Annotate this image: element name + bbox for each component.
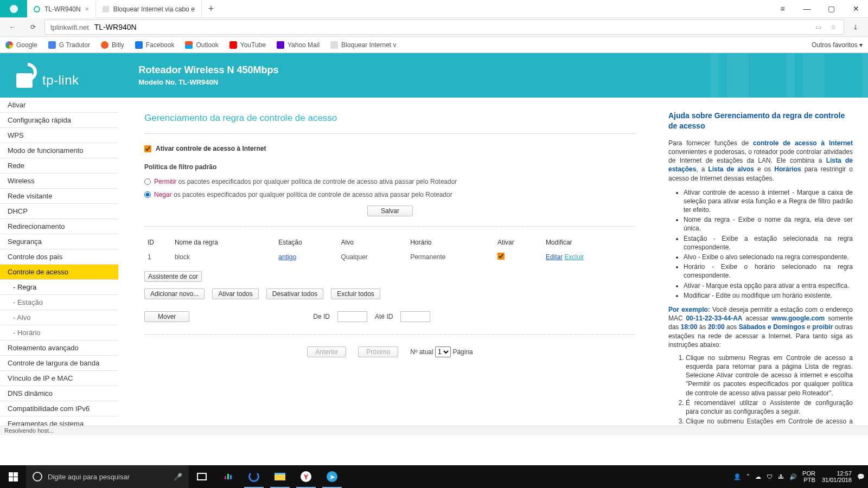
bookmark-gtradutor[interactable]: G Tradutor [48,41,90,49]
policy-allow[interactable]: Permitir os pacotes especificados por qu… [144,175,636,188]
sidebar-item-7[interactable]: DHCP [0,204,118,219]
sidebar-item-15[interactable]: - Horário [0,325,118,341]
sidebar-item-2[interactable]: WPS [0,128,118,143]
browser-tab-1[interactable]: Bloquear Internet via cabo e [96,0,202,18]
translate-icon [48,41,56,49]
help-link-schedule[interactable]: Horários [774,165,801,173]
people-icon[interactable]: 👤 [733,473,741,480]
mic-icon[interactable]: 🎤 [174,473,182,481]
row-delete-link[interactable]: Excluir [565,253,584,261]
row-edit-link[interactable]: Editar [546,253,563,261]
move-to-input[interactable] [400,311,430,322]
app-deezer-icon[interactable] [215,465,241,488]
rules-table: IDNome da regraEstaçãoAlvoHorárioAtivarM… [144,236,636,266]
sidebar-item-9[interactable]: Segurança [0,234,118,249]
tray-chevron-icon[interactable]: ˄ [746,473,750,480]
tplink-logo: tp-link [16,63,79,88]
sidebar-item-6[interactable]: Rede visitante [0,189,118,204]
volume-icon[interactable]: 🔊 [789,473,797,480]
sidebar-item-16[interactable]: Roteamento avançado [0,341,118,356]
policy-deny-radio[interactable] [144,191,151,198]
help-link-access[interactable]: controle de acesso à Internet [753,139,853,147]
favorite-icon[interactable]: ☆ [828,22,838,32]
help-title: Ajuda sobre Gerenciamento da regra de co… [668,111,853,131]
tab-strip-brand [0,0,27,17]
sidebar-item-0[interactable]: Ativar [0,98,118,113]
sidebar-item-14[interactable]: - Alvo [0,310,118,325]
bookmark-google[interactable]: Google [5,41,37,49]
sidebar-item-20[interactable]: Compatibilidade com IPv6 [0,401,118,416]
clock[interactable]: 12:5731/01/2018 [822,470,852,483]
sidebar-item-11[interactable]: Controle de acesso [0,265,118,280]
sidebar-item-4[interactable]: Rede [0,158,118,174]
tab-title: Bloquear Internet via cabo e [113,5,195,13]
sidebar-item-18[interactable]: Vínculo de IP e MAC [0,371,118,386]
reader-icon[interactable]: ▭ [813,22,823,32]
bookmark-bitly[interactable]: Bitly [101,41,124,49]
action-center-icon[interactable]: 💬 [857,473,865,480]
taskbar-search[interactable]: Digite aqui para pesquisar 🎤 [26,465,189,488]
pager-select[interactable]: 1 [435,346,451,357]
download-icon[interactable]: ⤓ [846,19,865,35]
delete-all-button[interactable]: Excluir todos [331,288,380,299]
input-language[interactable]: PORPTB [802,470,815,483]
table-header: Estação [275,236,337,248]
start-button[interactable] [0,465,26,488]
defender-icon[interactable]: 🛡 [767,473,773,480]
sidebar-item-12[interactable]: - Regra [0,280,118,295]
pager-prev-button[interactable]: Anterior [307,346,346,357]
move-from-input[interactable] [337,311,367,322]
sidebar-item-8[interactable]: Redirecionamento [0,219,118,234]
reload-icon[interactable]: ⟳ [24,19,42,35]
sidebar-item-21[interactable]: Ferramentas de sistema [0,416,118,426]
back-icon[interactable]: ← [3,19,22,35]
move-button[interactable]: Mover [144,311,189,322]
save-button[interactable]: Salvar [367,206,413,216]
sidebar-item-10[interactable]: Controle dos pais [0,249,118,265]
browser-tab-0[interactable]: TL-WR940N × [27,0,96,18]
bookmarks-more[interactable]: Outros favoritos ▾ [812,41,863,49]
bookmark-youtube[interactable]: YouTube [229,41,266,49]
menu-icon[interactable]: ≡ [770,0,795,18]
sidebar-item-3[interactable]: Modo de funcionamento [0,143,118,158]
minimize-icon[interactable]: — [795,0,819,18]
sidebar-item-13[interactable]: - Estação [0,295,118,310]
help-example: Por exemplo: Você deseja permitir a esta… [668,305,853,349]
enable-internet-access-control[interactable]: Ativar controle de acesso à Internet [144,145,636,152]
maximize-icon[interactable]: ▢ [819,0,844,18]
close-icon[interactable]: × [85,5,89,13]
app-explorer-icon[interactable] [267,465,293,488]
enable-checkbox[interactable] [144,145,151,152]
bookmark-outlook[interactable]: Outlook [185,41,218,49]
policy-deny[interactable]: Negar os pacotes especificados por qualq… [144,188,636,201]
sidebar-item-5[interactable]: Wireless [0,174,118,189]
enable-all-button[interactable]: Ativar todos [212,288,258,299]
app-edge-icon[interactable] [241,465,267,488]
new-tab-button[interactable]: + [202,0,221,17]
add-new-button[interactable]: Adicionar novo... [144,288,205,299]
disable-all-button[interactable]: Desativar todos [266,288,323,299]
pager-unit: Página [452,348,473,356]
app-telegram-icon[interactable]: ➤ [319,465,345,488]
pager-next-button[interactable]: Próximo [358,346,398,357]
row-enable-checkbox[interactable] [497,253,505,260]
help-bullet: Estação - Exibe a estação selecionada na… [684,234,853,252]
network-icon[interactable]: 🖧 [778,473,784,480]
bookmark-yahoo[interactable]: Yahoo Mail [277,41,320,49]
sidebar-item-1[interactable]: Configuração rápida [0,113,118,128]
wizard-button[interactable]: Assistente de cor [144,271,202,282]
app-yandex-icon[interactable]: Y [293,465,319,488]
close-window-icon[interactable]: ✕ [844,0,868,18]
sidebar-item-19[interactable]: DNS dinâmico [0,386,118,401]
bookmark-bloquear[interactable]: Bloquear Internet v [330,41,396,49]
station-link[interactable]: antigo [278,253,296,261]
bookmark-facebook[interactable]: Facebook [135,41,175,49]
policy-allow-radio[interactable] [144,178,151,185]
help-bullet: Ativar controle de acesso à internet - M… [684,188,853,215]
help-link-targets[interactable]: Lista de alvos [708,165,754,173]
globe-icon [34,6,40,12]
sidebar-item-17[interactable]: Controle de largura de banda [0,356,118,371]
task-view-icon[interactable] [189,465,215,488]
url-input[interactable]: tplinkwifi.net TL-WR940N ▭ ☆ [44,20,844,35]
onedrive-icon[interactable]: ☁ [755,473,761,480]
